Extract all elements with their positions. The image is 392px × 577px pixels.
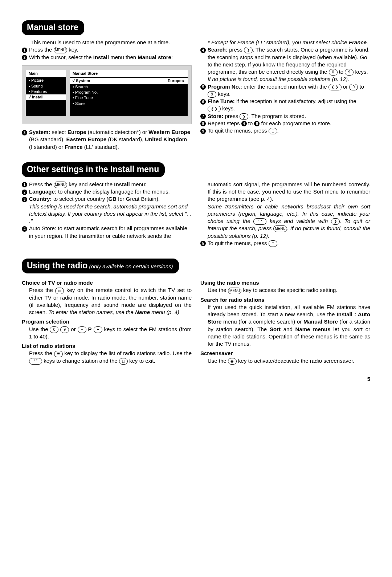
s3-h5: Search for radio stations bbox=[200, 296, 370, 304]
s2-step-num-3: 3 bbox=[22, 197, 27, 202]
s3-p6: Use the ◉ key to activate/deactivate the… bbox=[200, 357, 370, 365]
s3-h4: Using the radio menus bbox=[200, 279, 370, 287]
s3-p5: If you used the quick installation, all … bbox=[200, 304, 370, 348]
nine-key-icon: 9 bbox=[60, 326, 69, 333]
s1-intro: This menu is used to store the programme… bbox=[22, 39, 192, 46]
s3-h2: Program selection bbox=[22, 318, 192, 325]
step-num-3: 3 bbox=[22, 130, 27, 135]
s2-step4: Auto Store: to start automatic search fo… bbox=[29, 225, 192, 240]
right-key-icon: ❯ bbox=[331, 218, 340, 225]
plus-key-icon: + bbox=[94, 326, 102, 333]
s3-p4: Use the MENU key to access the specific … bbox=[200, 287, 370, 294]
s1-step6: Fine Tune: if the reception is not satis… bbox=[208, 98, 370, 113]
section-title-using-radio: Using the radio (only available on certa… bbox=[22, 259, 179, 273]
right-key-icon: ❯ bbox=[240, 113, 248, 120]
exit-key-icon: ⎕ bbox=[269, 240, 277, 247]
page-number: 5 bbox=[22, 375, 370, 383]
step-num-5: 5 bbox=[200, 84, 206, 90]
s1-step3: System: select Europe (automatic detecti… bbox=[29, 129, 192, 151]
updown-key-icon: ˄ ˅ bbox=[253, 218, 266, 225]
s1-step8: Repeat steps 4 to 8 for each programme t… bbox=[208, 120, 370, 127]
s1-step4: Search: press ❯. The search starts. Once… bbox=[208, 46, 370, 83]
s3-p3: Press the ≣ key to display the list of r… bbox=[22, 350, 192, 365]
menu-key-icon: MENU bbox=[228, 288, 241, 294]
s1-step5: Program No.: enter the required number w… bbox=[208, 83, 370, 98]
step-num-1: 1 bbox=[22, 48, 27, 53]
leftright-key-icon: ❮ ❯ bbox=[328, 84, 342, 90]
s2-right1: automatic sort signal, the programmes wi… bbox=[200, 181, 370, 203]
s2-step-num-5: 5 bbox=[200, 241, 206, 246]
step-num-7: 7 bbox=[200, 114, 206, 119]
zero-key-icon: 0 bbox=[349, 84, 358, 90]
step-num-8: 8 bbox=[200, 121, 206, 126]
leftright-key-icon: ❮ ❯ bbox=[208, 106, 221, 112]
step-num-4: 4 bbox=[200, 48, 206, 53]
s2-right-note: Some transmitters or cable networks broa… bbox=[200, 203, 370, 240]
menu-sub-panel: Manual Store √ SystemEurope ▸ • Search •… bbox=[70, 70, 188, 116]
s2-step-num-1: 1 bbox=[22, 182, 27, 187]
minus-key-icon: − bbox=[78, 326, 86, 333]
section-title-other-settings: Other settings in the Install menu bbox=[22, 162, 165, 177]
updown-key-icon: ˄ ˅ bbox=[29, 358, 42, 365]
menu-main-panel: Main • Picture • Sound • Features √ Inst… bbox=[26, 70, 66, 116]
zero-key-icon: 0 bbox=[50, 326, 58, 333]
s1-step7: Store: press ❯. The program is stored. bbox=[208, 113, 370, 120]
exit-key-icon: ⎕ bbox=[269, 128, 277, 134]
section-title-manual-store: Manual store bbox=[22, 20, 84, 35]
s3-p2: Use the 0 9 or − P + keys to select the … bbox=[22, 326, 192, 341]
s2-step2: Language: to change the display language… bbox=[29, 188, 192, 195]
menu-figure: Main • Picture • Sound • Features √ Inst… bbox=[22, 65, 192, 124]
s1-step1: Press the MENU key. bbox=[29, 46, 192, 53]
s1-step9: To quit the menus, press ⎕. bbox=[208, 127, 370, 134]
s3-h6: Screensaver bbox=[200, 350, 370, 357]
s2-step5: To quit the menus, press ⎕. bbox=[208, 240, 370, 247]
menu-key-icon: MENU bbox=[54, 47, 67, 53]
radio-key-icon: ◉ bbox=[228, 358, 237, 365]
s3-h3: List of radio stations bbox=[22, 342, 192, 350]
s1-step2: With the cursor, select the Install menu… bbox=[29, 54, 192, 61]
list-key-icon: ≣ bbox=[54, 351, 63, 357]
s3-p1: Press the ▭ key on the remote control to… bbox=[22, 287, 192, 316]
menu-key-icon: MENU bbox=[54, 182, 67, 188]
zero-key-icon: 0 bbox=[329, 69, 338, 76]
s2-step1: Press the MENU key and select the Instal… bbox=[29, 181, 192, 188]
s3-h1: Choice of TV or radio mode bbox=[22, 279, 192, 287]
menu-key-icon: MENU bbox=[273, 225, 287, 232]
s2-step-num-2: 2 bbox=[22, 190, 27, 195]
exit-key-icon: ⎕ bbox=[119, 358, 128, 365]
s1-note: * Except for France (LL' standard), you … bbox=[200, 39, 370, 46]
s2-step-num-4: 4 bbox=[22, 226, 27, 232]
right-key-icon: ❯ bbox=[244, 47, 253, 53]
nine-key-icon: 9 bbox=[345, 69, 354, 76]
s2-step3: Country: to select your country (GB for … bbox=[29, 195, 192, 225]
step-num-9: 9 bbox=[200, 129, 206, 134]
nine-key-icon: 9 bbox=[208, 91, 216, 98]
step-num-2: 2 bbox=[22, 55, 27, 60]
step-num-6: 6 bbox=[200, 99, 206, 105]
tv-key-icon: ▭ bbox=[55, 288, 64, 294]
